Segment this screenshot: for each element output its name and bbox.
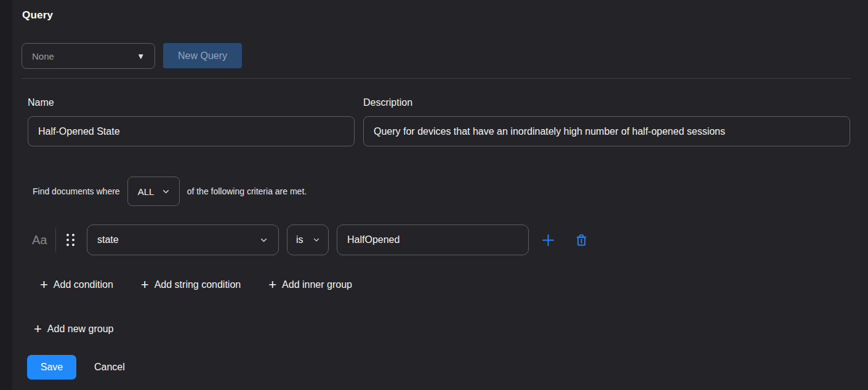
plus-icon: + [34,322,42,336]
plus-icon: + [40,278,48,292]
trash-icon [574,233,589,247]
criteria-suffix-text: of the following criteria are met. [187,186,307,196]
saved-query-select[interactable]: None ▼ [22,43,155,69]
condition-row: Aa state is [32,223,589,257]
add-inner-group-label: Add inner group [282,279,352,290]
condition-value-input[interactable] [337,225,529,255]
name-label: Name [28,97,54,108]
page-title: Query [22,9,53,22]
criteria-sentence: Find documents where ALL of the followin… [33,177,307,206]
new-query-button[interactable]: New Query [163,43,242,68]
condition-operator-value: is [296,234,303,245]
form-footer: Save Cancel [27,355,125,380]
condition-field-value: state [97,234,119,245]
saved-query-select-value: None [32,51,54,62]
description-input[interactable] [363,116,850,146]
match-type-value: ALL [138,186,155,197]
query-builder-panel: Query None ▼ New Query Name Description … [0,0,868,390]
cancel-button[interactable]: Cancel [94,362,125,373]
section-divider [22,78,851,79]
delete-condition-button[interactable] [573,232,589,248]
add-condition-link[interactable]: + Add condition [40,278,113,292]
add-string-condition-label: Add string condition [155,279,241,290]
criteria-prefix-text: Find documents where [33,186,120,196]
condition-operator-select[interactable]: is [287,225,329,255]
add-condition-plus-button[interactable] [539,231,557,249]
plus-icon: + [141,278,149,292]
add-string-condition-link[interactable]: + Add string condition [141,278,241,292]
dropdown-arrow-icon: ▼ [137,52,145,61]
add-new-group-link[interactable]: + Add new group [34,322,114,336]
drag-handle-icon[interactable] [66,234,74,246]
name-input[interactable] [28,116,355,146]
condition-actions: + Add condition + Add string condition +… [40,278,352,292]
add-inner-group-link[interactable]: + Add inner group [268,278,352,292]
add-condition-label: Add condition [54,279,113,290]
add-new-group-label: Add new group [47,324,114,335]
match-type-select[interactable]: ALL [127,177,180,206]
chevron-down-icon [259,236,268,245]
left-edge-strip [0,0,12,390]
condition-field-select[interactable]: state [87,225,279,255]
plus-icon: + [268,278,276,292]
save-button[interactable]: Save [27,355,76,380]
chevron-down-icon [312,236,321,244]
plus-icon [540,232,557,249]
chevron-down-icon [161,187,171,196]
description-label: Description [363,97,412,108]
condition-divider [55,228,56,252]
string-type-indicator: Aa [32,233,52,247]
